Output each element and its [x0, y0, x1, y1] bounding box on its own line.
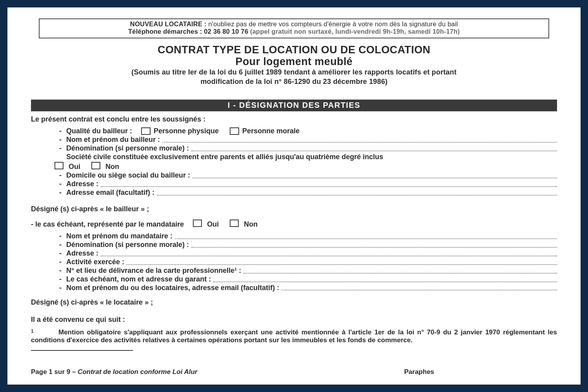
designe-bailleur-post: » ; — [139, 205, 149, 213]
dash-icon: - — [54, 249, 66, 258]
label-email: Adresse email (facultatif) : — [66, 189, 154, 197]
blank-line[interactable] — [191, 143, 557, 151]
dash-icon: - — [54, 232, 66, 241]
notice-line2-bold: Téléphone démarches : 02 36 80 10 76 — [128, 28, 248, 35]
notice-line-1: NOUVEAU LOCATAIRE : n'oubliez pas de met… — [44, 20, 544, 28]
subtitle-law-2: modification de la loi n° 86-1290 du 23 … — [31, 78, 557, 86]
footnote-area: 1Mention obligatoire s'appliquant aux pr… — [31, 328, 557, 351]
notice-line1-rest: n'oubliez pas de mettre vos compteurs d'… — [207, 20, 458, 27]
label-mand-nom: Nom et prénom du mandataire : — [66, 232, 172, 241]
page-footer: Page 1 sur 9 – Contrat de location confo… — [31, 368, 557, 376]
main-title-1: CONTRAT TYPE DE LOCATION OU DE COLOCATIO… — [31, 44, 557, 56]
bailleur-list-2: - Domicile ou siège social du bailleur :… — [54, 171, 557, 197]
footer-page-pre: Page — [31, 368, 49, 376]
footer-paraphes: Paraphes — [404, 368, 557, 376]
bailleur-list: - Qualité du bailleur : Personne physiqu… — [54, 127, 557, 162]
blank-line[interactable] — [243, 265, 557, 274]
checkbox-societe-non[interactable] — [91, 162, 100, 169]
blank-line[interactable] — [101, 248, 557, 256]
intro-text: Le présent contrat est conclu entre les … — [31, 115, 557, 124]
footnote-text: 1Mention obligatoire s'appliquant aux pr… — [31, 328, 557, 345]
label-mand-adresse: Adresse : — [66, 249, 98, 258]
document-page: NOUVEAU LOCATAIRE : n'oubliez pas de met… — [7, 7, 581, 385]
label-mand-garant: Le cas échéant, nom et adresse du garant… — [66, 275, 211, 284]
row-denom-bailleur: - Dénomination (si personne morale) : — [54, 144, 557, 153]
dash-icon: - — [54, 127, 66, 136]
section-heading: I - DÉSIGNATION DES PARTIES — [31, 100, 557, 111]
dash-icon: - — [54, 144, 66, 153]
convenu-text: Il a été convenu ce qui suit : — [31, 316, 557, 324]
designe-bailleur: Désigné (s) ci-après « le bailleur » ; — [31, 205, 557, 214]
footnote-body: Mention obligatoire s'appliquant aux pro… — [31, 328, 557, 344]
checkbox-mandataire-oui[interactable] — [193, 220, 202, 227]
blank-line[interactable] — [213, 274, 557, 282]
designe-locataire-bold: le locataire — [106, 298, 143, 306]
designe-bailleur-bold: le bailleur — [106, 205, 139, 213]
blank-line[interactable] — [192, 170, 557, 178]
footer-page-mid: sur — [53, 368, 67, 376]
row-mand-locataires: - Nom et prénom du ou des locataires, ad… — [54, 284, 557, 292]
label-adresse: Adresse : — [66, 180, 98, 189]
designe-locataire-pre: Désigné (s) ci-après « — [31, 298, 106, 306]
label-societe-civile: Société civile constituée exclusivement … — [66, 153, 383, 162]
footer-left: Page 1 sur 9 – Contrat de location confo… — [31, 368, 404, 376]
blank-line[interactable] — [127, 256, 557, 265]
designe-locataire-post: » ; — [143, 298, 153, 306]
dash-icon: - — [54, 189, 66, 197]
blank-line[interactable] — [191, 239, 557, 248]
label-nom-bailleur: Nom et prénom du bailleur : — [66, 136, 160, 144]
dash-icon: - — [54, 136, 66, 144]
title-block: CONTRAT TYPE DE LOCATION OU DE COLOCATIO… — [31, 44, 557, 86]
notice-line-2: Téléphone démarches : 02 36 80 10 76 (ap… — [44, 28, 544, 35]
checkbox-societe-oui[interactable] — [54, 162, 64, 169]
opt-oui-2: Oui — [207, 220, 219, 228]
designe-bailleur-pre: Désigné (s) ci-après « — [31, 205, 106, 213]
blank-line[interactable] — [175, 230, 557, 239]
label-mand-locataires: Nom et prénom du ou des locataires, adre… — [66, 284, 279, 292]
footnote-rule — [31, 350, 133, 351]
notice-line2-dim: (appel gratuit non surtaxé, lundi-vendre… — [248, 28, 460, 35]
notice-line1-bold: NOUVEAU LOCATAIRE : — [130, 20, 207, 27]
main-title-2: Pour logement meublé — [31, 56, 557, 67]
row-societe: Société civile constituée exclusivement … — [54, 153, 557, 162]
label-mand-activite: Activité exercée : — [66, 258, 124, 267]
row-email: - Adresse email (facultatif) : — [54, 189, 557, 197]
viewer-frame: NOUVEAU LOCATAIRE : n'oubliez pas de met… — [0, 0, 588, 392]
dash-icon: - — [54, 180, 66, 189]
footer-doc-title: Contrat de location conforme Loi Alur — [78, 368, 197, 376]
dash-icon: - — [54, 241, 66, 249]
blank-line[interactable] — [281, 282, 557, 291]
dash-icon: - — [54, 284, 66, 292]
mandataire-line: - le cas échéant, représenté par le mand… — [31, 219, 557, 229]
dash-icon: - — [54, 275, 66, 284]
opt-non-2: Non — [244, 220, 258, 228]
mandataire-text: - le cas échéant, représenté par le mand… — [31, 220, 184, 228]
footer-dash: – — [70, 368, 78, 376]
footnote-marker: 1 — [31, 328, 58, 334]
subtitle-law-1: (Soumis au titre Ier de la loi du 6 juil… — [31, 68, 557, 77]
label-qualite: Qualité du bailleur : — [66, 127, 132, 136]
designe-locataire: Désigné (s) ci-après « le locataire » ; — [31, 298, 557, 307]
dash-icon: - — [54, 267, 66, 275]
footer-page-current: 1 — [49, 368, 52, 376]
blank-line[interactable] — [157, 187, 557, 196]
mandataire-list: - Nom et prénom du mandataire : - Dénomi… — [54, 232, 557, 292]
footer-page-total: 9 — [67, 368, 70, 376]
dash-icon: - — [54, 258, 66, 267]
opt-non: Non — [105, 163, 119, 171]
dash-icon: - — [54, 171, 66, 180]
checkbox-personne-physique[interactable] — [141, 127, 151, 135]
blank-line[interactable] — [162, 134, 557, 143]
blank-line[interactable] — [101, 178, 557, 187]
opt-oui: Oui — [69, 163, 80, 171]
label-denom-bailleur: Dénomination (si personne morale) : — [66, 144, 189, 153]
notice-box: NOUVEAU LOCATAIRE : n'oubliez pas de met… — [39, 18, 549, 38]
checkbox-mandataire-non[interactable] — [230, 220, 239, 227]
dash-icon — [54, 153, 66, 162]
